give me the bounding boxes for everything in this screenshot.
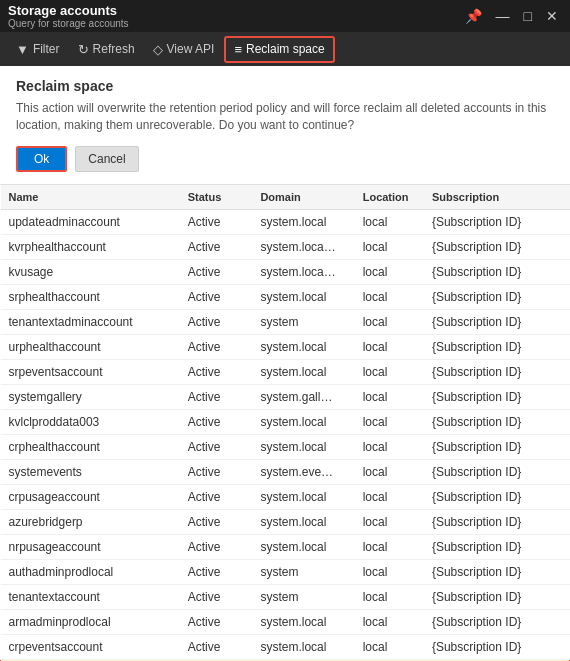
cell-subscription: {Subscription ID}	[424, 284, 570, 309]
pin-icon[interactable]: 📌	[461, 8, 486, 24]
cell-subscription: {Subscription ID}	[424, 559, 570, 584]
filter-icon: ▼	[16, 42, 29, 57]
table-row[interactable]: urphealthaccountActivesystem.locallocal{…	[1, 334, 570, 359]
cell-status: Active	[180, 634, 253, 659]
cell-subscription: {Subscription ID}	[424, 609, 570, 634]
cell-name: crpusageaccount	[1, 484, 180, 509]
cell-status: Active	[180, 359, 253, 384]
cell-status: Active	[180, 459, 253, 484]
title-bar: Storage accounts Query for storage accou…	[0, 0, 570, 32]
cell-name: kvusage	[1, 259, 180, 284]
cell-subscription: {Subscription ID}	[424, 334, 570, 359]
table-row[interactable]: systemgalleryActivesystem.gall…local{Sub…	[1, 384, 570, 409]
cell-domain: system	[252, 309, 354, 334]
col-header-name: Name	[1, 185, 180, 210]
table-row[interactable]: crphealthaccountActivesystem.locallocal{…	[1, 434, 570, 459]
cell-status: Active	[180, 584, 253, 609]
cell-subscription: {Subscription ID}	[424, 259, 570, 284]
table-row[interactable]: crpusageaccountActivesystem.locallocal{S…	[1, 484, 570, 509]
table-row[interactable]: srpeventsaccountActivesystem.locallocal{…	[1, 359, 570, 384]
cell-domain: system.local	[252, 359, 354, 384]
cell-domain: system.local	[252, 334, 354, 359]
refresh-label: Refresh	[93, 42, 135, 56]
cell-status: Active	[180, 484, 253, 509]
table-row[interactable]: crpeventsaccountActivesystem.locallocal{…	[1, 634, 570, 659]
refresh-button[interactable]: ↻ Refresh	[70, 38, 143, 61]
close-icon[interactable]: ✕	[542, 8, 562, 24]
cell-name: tenantextaccount	[1, 584, 180, 609]
table-row[interactable]: armadminprodlocalActivesystem.locallocal…	[1, 609, 570, 634]
title-bar-left: Storage accounts Query for storage accou…	[8, 3, 129, 29]
reclaim-icon: ≡	[234, 42, 242, 57]
cell-status: Active	[180, 534, 253, 559]
cell-location: local	[355, 559, 424, 584]
cell-domain: system.local	[252, 609, 354, 634]
minimize-icon[interactable]: —	[492, 8, 514, 24]
cancel-button[interactable]: Cancel	[75, 146, 138, 172]
table-row[interactable]: nrpusageaccountActivesystem.locallocal{S…	[1, 534, 570, 559]
table-row[interactable]: azurebridgerpActivesystem.locallocal{Sub…	[1, 509, 570, 534]
cell-domain: system	[252, 584, 354, 609]
table-body: updateadminaccountActivesystem.localloca…	[1, 209, 570, 661]
table-row[interactable]: kvusageActivesystem.loca…local{Subscript…	[1, 259, 570, 284]
cell-domain: system.local	[252, 409, 354, 434]
cell-status: Active	[180, 434, 253, 459]
cell-status: Active	[180, 334, 253, 359]
filter-button[interactable]: ▼ Filter	[8, 38, 68, 61]
cell-status: Active	[180, 409, 253, 434]
cell-subscription: {Subscription ID}	[424, 484, 570, 509]
cell-subscription: {Subscription ID}	[424, 434, 570, 459]
reclaim-title: Reclaim space	[16, 78, 554, 94]
cell-name: urphealthaccount	[1, 334, 180, 359]
view-api-button[interactable]: ◇ View API	[145, 38, 223, 61]
cell-subscription: {Subscription ID}	[424, 409, 570, 434]
cell-location: local	[355, 434, 424, 459]
cell-domain: system.local	[252, 634, 354, 659]
storage-accounts-table: Name Status Domain Location Subscription…	[0, 185, 570, 661]
cell-name: updateadminaccount	[1, 209, 180, 234]
cell-location: local	[355, 509, 424, 534]
cell-name: kvrphealthaccount	[1, 234, 180, 259]
cell-subscription: {Subscription ID}	[424, 584, 570, 609]
cell-status: Active	[180, 384, 253, 409]
reclaim-space-button[interactable]: ≡ Reclaim space	[224, 36, 334, 63]
table-row[interactable]: tenantextadminaccountActivesystemlocal{S…	[1, 309, 570, 334]
table-row[interactable]: tenantextaccountActivesystemlocal{Subscr…	[1, 584, 570, 609]
cell-status: Active	[180, 609, 253, 634]
ok-button[interactable]: Ok	[16, 146, 67, 172]
cell-domain: system.local	[252, 534, 354, 559]
table-row[interactable]: kvlclproddata003Activesystem.locallocal{…	[1, 409, 570, 434]
cell-name: armadminprodlocal	[1, 609, 180, 634]
cell-subscription: {Subscription ID}	[424, 459, 570, 484]
cell-name: crpeventsaccount	[1, 634, 180, 659]
cell-subscription: {Subscription ID}	[424, 534, 570, 559]
cell-subscription: {Subscription ID}	[424, 234, 570, 259]
cell-domain: system	[252, 559, 354, 584]
table-row[interactable]: systemeventsActivesystem.eve…local{Subsc…	[1, 459, 570, 484]
banner-actions: Ok Cancel	[16, 146, 554, 172]
cell-location: local	[355, 634, 424, 659]
cell-domain: system.gall…	[252, 384, 354, 409]
cell-location: local	[355, 459, 424, 484]
view-api-icon: ◇	[153, 42, 163, 57]
reclaim-description: This action will overwrite the retention…	[16, 100, 554, 134]
cell-domain: system.eve…	[252, 459, 354, 484]
cell-subscription: {Subscription ID}	[424, 359, 570, 384]
cell-location: local	[355, 209, 424, 234]
toolbar: ▼ Filter ↻ Refresh ◇ View API ≡ Reclaim …	[0, 32, 570, 66]
cell-location: local	[355, 609, 424, 634]
cell-domain: system.local	[252, 284, 354, 309]
table-row[interactable]: updateadminaccountActivesystem.localloca…	[1, 209, 570, 234]
table-row[interactable]: authadminprodlocalActivesystemlocal{Subs…	[1, 559, 570, 584]
cell-name: authadminprodlocal	[1, 559, 180, 584]
table-row[interactable]: kvrphealthaccountActivesystem.loca…local…	[1, 234, 570, 259]
maximize-icon[interactable]: □	[520, 8, 536, 24]
cell-subscription: {Subscription ID}	[424, 384, 570, 409]
table-row[interactable]: srphealthaccountActivesystem.locallocal{…	[1, 284, 570, 309]
col-header-subscription: Subscription	[424, 185, 570, 210]
cell-location: local	[355, 584, 424, 609]
title-bar-controls: 📌 — □ ✕	[461, 8, 562, 24]
cell-name: azurebridgerp	[1, 509, 180, 534]
table-header: Name Status Domain Location Subscription	[1, 185, 570, 210]
window-title: Storage accounts	[8, 3, 129, 18]
